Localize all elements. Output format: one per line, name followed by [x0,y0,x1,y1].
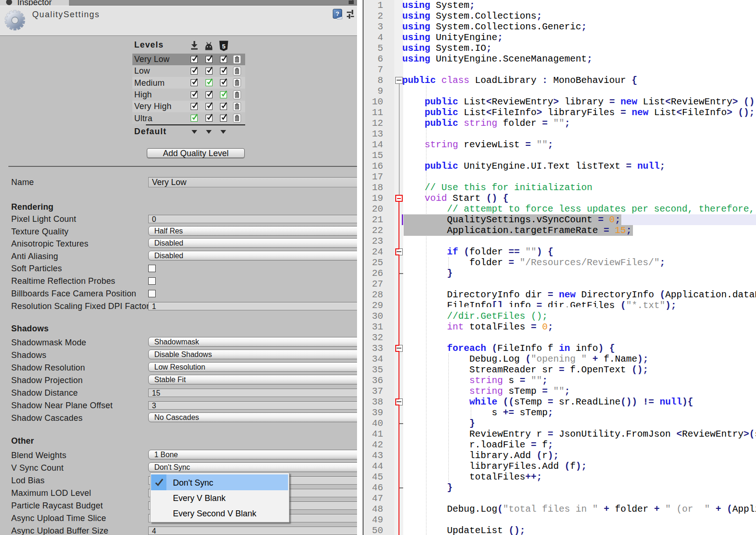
svg-text:5: 5 [222,43,225,50]
svg-text:?: ? [336,10,339,17]
